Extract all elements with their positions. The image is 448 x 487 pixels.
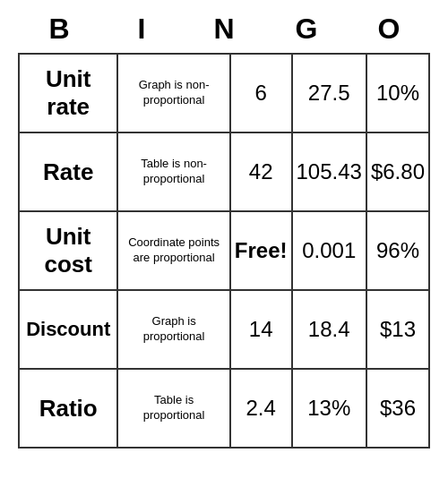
cell-r0-c3: 27.5 bbox=[292, 54, 366, 132]
bingo-table: Unit rateGraph is non-proportional627.51… bbox=[18, 53, 430, 449]
cell-r0-c2: 6 bbox=[230, 54, 292, 132]
table-row: Unit rateGraph is non-proportional627.51… bbox=[19, 54, 429, 132]
cell-r4-c4: $36 bbox=[366, 369, 429, 448]
cell-r1-c4: $6.80 bbox=[366, 132, 429, 211]
cell-r1-c0: Rate bbox=[19, 132, 117, 211]
header-i: I bbox=[100, 9, 183, 49]
cell-r0-c4: 10% bbox=[366, 54, 429, 132]
table-row: RateTable is non-proportional42105.43$6.… bbox=[19, 132, 429, 211]
cell-r1-c3: 105.43 bbox=[292, 132, 366, 211]
cell-r3-c0: Discount bbox=[19, 290, 117, 369]
bingo-header: B I N G O bbox=[18, 9, 430, 49]
header-n: N bbox=[183, 9, 265, 49]
cell-r4-c0: Ratio bbox=[19, 369, 117, 448]
cell-r3-c4: $13 bbox=[366, 290, 429, 369]
header-g: G bbox=[265, 9, 348, 49]
cell-r0-c1: Graph is non-proportional bbox=[117, 54, 229, 132]
header-o: O bbox=[348, 9, 430, 49]
table-row: RatioTable is proportional2.413%$36 bbox=[19, 369, 429, 448]
cell-r0-c0: Unit rate bbox=[19, 54, 117, 132]
cell-r3-c2: 14 bbox=[230, 290, 292, 369]
table-row: Unit costCoordinate points are proportio… bbox=[19, 211, 429, 290]
cell-r1-c1: Table is non-proportional bbox=[117, 132, 229, 211]
cell-r4-c2: 2.4 bbox=[230, 369, 292, 448]
cell-r3-c3: 18.4 bbox=[292, 290, 366, 369]
cell-r1-c2: 42 bbox=[230, 132, 292, 211]
cell-r4-c1: Table is proportional bbox=[117, 369, 229, 448]
table-row: DiscountGraph is proportional1418.4$13 bbox=[19, 290, 429, 369]
header-b: B bbox=[18, 9, 100, 49]
cell-r2-c1: Coordinate points are proportional bbox=[117, 211, 229, 290]
cell-r4-c3: 13% bbox=[292, 369, 366, 448]
cell-r2-c0: Unit cost bbox=[19, 211, 117, 290]
cell-r2-c2: Free! bbox=[230, 211, 292, 290]
cell-r2-c4: 96% bbox=[366, 211, 429, 290]
cell-r3-c1: Graph is proportional bbox=[117, 290, 229, 369]
cell-r2-c3: 0.001 bbox=[292, 211, 366, 290]
